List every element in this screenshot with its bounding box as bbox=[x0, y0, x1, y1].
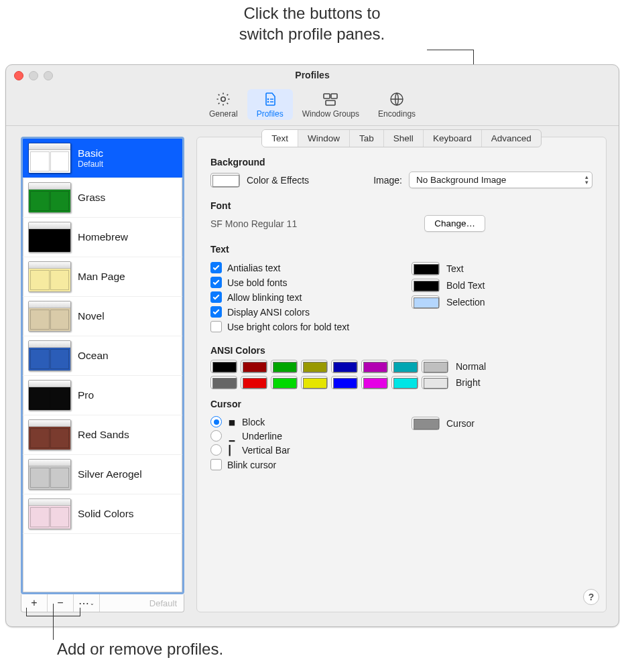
svg-point-0 bbox=[221, 97, 225, 101]
color-well-selection[interactable] bbox=[412, 295, 440, 309]
text-options: Antialias textUse bold fontsAllow blinki… bbox=[210, 259, 391, 336]
color-well-text[interactable] bbox=[412, 262, 440, 275]
profile-thumbnail bbox=[28, 498, 71, 529]
text-heading: Text bbox=[210, 244, 592, 255]
profile-pane-tabs: TextWindowTabShellKeyboardAdvanced bbox=[261, 129, 541, 147]
checkbox-use-bold-fonts[interactable]: Use bold fonts bbox=[210, 277, 391, 288]
ansi-normal-0[interactable] bbox=[210, 360, 237, 373]
profile-thumbnail bbox=[28, 459, 71, 490]
profile-item-basic[interactable]: BasicDefault bbox=[23, 139, 182, 178]
cursor-shape-options: ■Block▁Underline▎Vertical BarBlink curso… bbox=[210, 413, 391, 474]
profile-item-silver-aerogel[interactable]: Silver Aerogel bbox=[23, 455, 182, 494]
checkbox-antialias-text[interactable]: Antialias text bbox=[210, 262, 391, 273]
profile-item-man-page[interactable]: Man Page bbox=[23, 257, 182, 297]
ansi-normal-1[interactable] bbox=[241, 360, 267, 373]
pane-tab-window[interactable]: Window bbox=[298, 130, 350, 147]
pane-tab-keyboard[interactable]: Keyboard bbox=[424, 130, 482, 147]
ansi-bright-3[interactable] bbox=[301, 376, 328, 389]
profile-item-pro[interactable]: Pro bbox=[23, 376, 182, 415]
ansi-normal-2[interactable] bbox=[271, 360, 298, 373]
pane-tab-tab[interactable]: Tab bbox=[350, 130, 384, 147]
svg-rect-3 bbox=[324, 94, 330, 98]
window-title: Profiles bbox=[295, 70, 329, 80]
ansi-bright-5[interactable] bbox=[361, 376, 388, 389]
cursor-heading: Cursor bbox=[210, 399, 592, 409]
profile-item-novel[interactable]: Novel bbox=[23, 297, 182, 336]
change-font-button[interactable]: Change… bbox=[424, 215, 485, 232]
traffic-lights bbox=[14, 71, 53, 80]
text-color-swatches: TextBold TextSelection bbox=[412, 259, 592, 336]
ansi-normal-6[interactable] bbox=[391, 360, 418, 373]
cursor-shape-vbar[interactable]: ▎Vertical Bar bbox=[210, 444, 391, 456]
annotation-bottom: Add or remove profiles. bbox=[57, 640, 223, 659]
profile-thumbnail bbox=[28, 340, 71, 371]
svg-point-1 bbox=[267, 98, 269, 100]
checkbox-blink-cursor[interactable]: Blink cursor bbox=[210, 459, 391, 470]
toolbar-item-encodings[interactable]: Encodings bbox=[369, 89, 425, 120]
ansi-normal-4[interactable] bbox=[331, 360, 358, 373]
profile-item-grass[interactable]: Grass bbox=[23, 178, 182, 218]
cursor-shape-block[interactable]: ■Block bbox=[210, 416, 391, 427]
ansi-normal-3[interactable] bbox=[301, 360, 328, 373]
checkbox-use-bright-colors-for-bold-text[interactable]: Use bright colors for bold text bbox=[210, 321, 391, 332]
svg-rect-5 bbox=[326, 100, 335, 105]
ansi-bright-6[interactable] bbox=[391, 376, 418, 389]
profile-thumbnail bbox=[28, 301, 71, 332]
gear-icon bbox=[214, 90, 232, 108]
profiles-sidebar: BasicDefaultGrassHomebrewMan PageNovelOc… bbox=[21, 137, 184, 612]
toolbar-item-window-groups[interactable]: Window Groups bbox=[293, 89, 369, 120]
ansi-bright-0[interactable] bbox=[210, 376, 237, 389]
toolbar-item-general[interactable]: General bbox=[200, 89, 247, 120]
profile-item-ocean[interactable]: Ocean bbox=[23, 336, 182, 376]
preferences-window: Profiles GeneralProfilesWindow GroupsEnc… bbox=[5, 64, 619, 627]
ansi-normal-row: Normal bbox=[210, 360, 592, 373]
ansi-normal-5[interactable] bbox=[361, 360, 388, 373]
profiles-list[interactable]: BasicDefaultGrassHomebrewMan PageNovelOc… bbox=[21, 137, 184, 594]
pane-tab-text[interactable]: Text bbox=[262, 130, 298, 147]
profile-thumbnail bbox=[28, 182, 71, 213]
background-image-popup[interactable]: No Background Image ▴▾ bbox=[409, 172, 592, 188]
ansi-bright-7[interactable] bbox=[422, 376, 448, 389]
color-well-bold-text[interactable] bbox=[412, 279, 440, 292]
checkbox-display-ansi-colors[interactable]: Display ANSI colors bbox=[210, 306, 391, 318]
color-effects-label: Color & Effects bbox=[247, 175, 309, 186]
checkbox-allow-blinking-text[interactable]: Allow blinking text bbox=[210, 291, 391, 303]
profile-item-red-sands[interactable]: Red Sands bbox=[23, 415, 182, 455]
background-heading: Background bbox=[210, 157, 592, 167]
toolbar-item-profiles[interactable]: Profiles bbox=[247, 89, 293, 120]
profile-item-homebrew[interactable]: Homebrew bbox=[23, 218, 182, 257]
set-default-button[interactable]: Default bbox=[100, 594, 184, 612]
zoom-button[interactable] bbox=[44, 71, 53, 80]
profile-thumbnail bbox=[28, 419, 71, 450]
cursor-color-well[interactable] bbox=[412, 417, 440, 430]
svg-point-2 bbox=[267, 101, 269, 103]
svg-rect-4 bbox=[331, 94, 337, 98]
background-color-well[interactable] bbox=[210, 173, 240, 188]
close-button[interactable] bbox=[14, 71, 23, 80]
profile-detail-panel: TextWindowTabShellKeyboardAdvanced Backg… bbox=[196, 137, 607, 612]
ansi-bright-4[interactable] bbox=[331, 376, 358, 389]
preferences-toolbar: GeneralProfilesWindow GroupsEncodings bbox=[6, 85, 619, 126]
minimize-button[interactable] bbox=[29, 71, 38, 80]
font-heading: Font bbox=[210, 200, 592, 211]
profile-thumbnail bbox=[28, 261, 71, 292]
profile-item-solid-colors[interactable]: Solid Colors bbox=[23, 494, 182, 534]
titlebar: Profiles bbox=[6, 65, 619, 85]
globe-icon bbox=[388, 90, 405, 108]
ansi-normal-7[interactable] bbox=[422, 360, 448, 373]
pane-tab-advanced[interactable]: Advanced bbox=[482, 130, 541, 147]
annotation-top: Click the buttons to switch profile pane… bbox=[0, 3, 624, 44]
help-button[interactable]: ? bbox=[583, 589, 599, 605]
ansi-bright-1[interactable] bbox=[241, 376, 267, 389]
cursor-color-label: Cursor bbox=[446, 418, 475, 429]
background-image-label: Image: bbox=[373, 175, 402, 186]
profile-thumbnail bbox=[28, 143, 71, 174]
windows-icon bbox=[322, 90, 339, 108]
font-value: SF Mono Regular 11 bbox=[210, 218, 297, 229]
profiles-icon bbox=[261, 90, 279, 108]
cursor-shape-underline[interactable]: ▁Underline bbox=[210, 430, 391, 442]
ansi-heading: ANSI Colors bbox=[210, 345, 592, 356]
pane-tab-shell[interactable]: Shell bbox=[384, 130, 424, 147]
ansi-bright-2[interactable] bbox=[271, 376, 298, 389]
profile-thumbnail bbox=[28, 380, 71, 411]
